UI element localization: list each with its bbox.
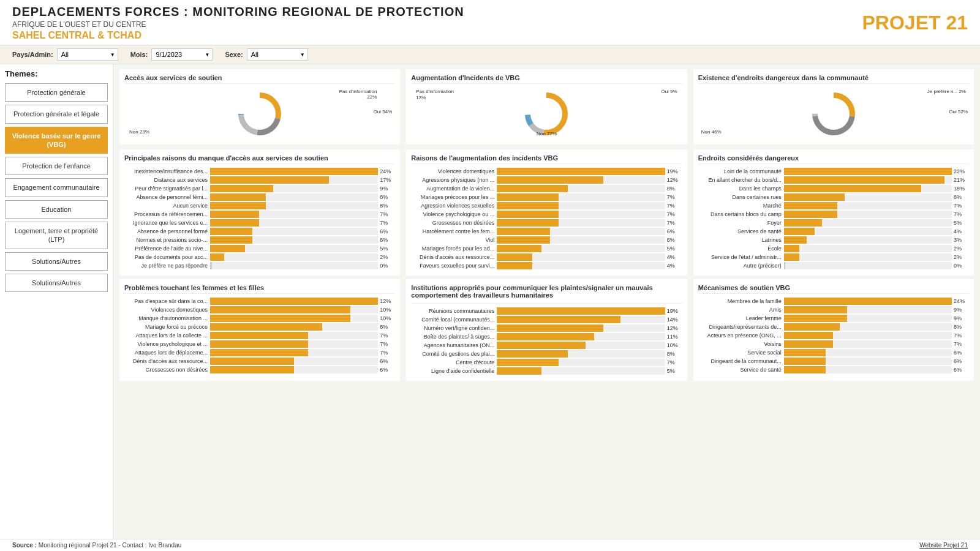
bar-fill xyxy=(497,307,665,315)
bar-item: Agences humanitaires (ON...10% xyxy=(411,342,682,349)
bar-fill xyxy=(210,202,266,209)
bar-pct: 7% xyxy=(667,203,682,209)
pays-select[interactable]: All xyxy=(57,48,118,61)
sidebar-item-solutions1[interactable]: Solutions/Autres xyxy=(5,252,108,271)
bar-fill xyxy=(497,211,559,218)
bar-label: Acteurs en présence (ONG, ... xyxy=(698,332,784,339)
bar-label: Comité de gestions des plai... xyxy=(411,351,497,357)
bar-item: Distance aux services17% xyxy=(124,176,395,184)
bar-label: Boîte des plaintes/ à suges... xyxy=(411,334,497,340)
sexe-select[interactable]: All xyxy=(247,48,308,61)
bar-fill xyxy=(210,323,322,331)
donut3-chart xyxy=(809,89,858,138)
bar-label: Violence psychologique et ... xyxy=(124,341,210,347)
bar-track xyxy=(210,349,378,356)
mois-select[interactable]: 9/1/2023 xyxy=(151,48,213,61)
bar-pct: 2% xyxy=(380,254,395,260)
bar-track xyxy=(497,359,665,366)
bar-pct: 2% xyxy=(954,246,969,252)
bars3-title: Endroits considérés dangereux xyxy=(698,154,969,164)
bar-track xyxy=(210,245,378,252)
bar-fill xyxy=(784,202,837,209)
bar-label: Dans certaines rues xyxy=(698,194,784,200)
donut3-label-non: Non 46% xyxy=(701,129,722,135)
bar-pct: 10% xyxy=(667,342,682,348)
bar-track xyxy=(210,358,378,365)
bar-track xyxy=(210,211,378,218)
bar-label: Latrines xyxy=(698,237,784,243)
bar-label: Service de santé xyxy=(698,367,784,373)
bar-item: Viol6% xyxy=(411,236,682,244)
bar-item: Pas de documents pour acc...2% xyxy=(124,253,395,261)
bar-track xyxy=(497,193,665,201)
bar-pct: 5% xyxy=(667,246,682,252)
bar-item: Normes et pressions socio-...6% xyxy=(124,236,395,244)
bar-label: Normes et pressions socio-... xyxy=(124,237,210,243)
sidebar-item-protection-legale[interactable]: Protection générale et légale xyxy=(5,105,108,123)
bar-label: Pas de documents pour acc... xyxy=(124,254,210,260)
bar-fill xyxy=(784,315,847,322)
bar-track xyxy=(784,185,952,192)
bar-fill xyxy=(210,306,350,313)
bar-pct: 8% xyxy=(954,194,969,200)
bar-pct: 8% xyxy=(380,203,395,209)
bar-pct: 6% xyxy=(667,228,682,234)
bar-item: Augmentation de la violen...8% xyxy=(411,185,682,192)
bar-item: Mariage forcé ou précoce8% xyxy=(124,323,395,331)
footer-link[interactable]: Website Projet 21 xyxy=(919,542,968,549)
bar-fill xyxy=(784,253,799,261)
bar-fill xyxy=(210,349,308,356)
bar-pct: 2% xyxy=(954,254,969,260)
bar-item: Membres de la famille24% xyxy=(698,298,969,305)
sidebar-item-enfance[interactable]: Protection de l'enfance xyxy=(5,157,108,175)
bar-item: Violences domestiques10% xyxy=(124,306,395,313)
sidebar-item-engagement[interactable]: Engagement communautaire xyxy=(5,178,108,197)
bar-item: Pas d'espace sûr dans la co...12% xyxy=(124,298,395,305)
bar-fill xyxy=(784,245,799,252)
bar-item: En allant chercher du bois/d...21% xyxy=(698,176,969,184)
bar-track xyxy=(784,228,952,235)
bar-label: Absence de personnel formé xyxy=(124,228,210,234)
bar-fill xyxy=(210,193,266,201)
bar-fill xyxy=(210,315,350,322)
bar-pct: 7% xyxy=(954,203,969,209)
bar-fill xyxy=(210,228,252,235)
bars-raisons-acces: Principales raisons du manque d'accès au… xyxy=(119,149,400,276)
bar-track xyxy=(784,176,952,184)
sidebar-item-education[interactable]: Education xyxy=(5,200,108,219)
bar-track xyxy=(784,262,952,269)
bar-item: Grossesses non désirées7% xyxy=(411,219,682,227)
bar-fill xyxy=(784,323,840,331)
bar-pct: 4% xyxy=(667,254,682,260)
bar-label: Mariages précoces pour les ... xyxy=(411,194,497,200)
bar-pct: 10% xyxy=(380,315,395,321)
bar-label: Agressions physiques (non ... xyxy=(411,177,497,183)
bar-track xyxy=(784,332,952,339)
bar-pct: 4% xyxy=(954,228,969,234)
bar-item: Agressions physiques (non ...12% xyxy=(411,176,682,184)
page-subtitle: AFRIQUE DE L'OUEST ET DU CENTRE xyxy=(12,20,464,29)
bar-item: Faveurs sexuelles pour survi...4% xyxy=(411,262,682,269)
bar-track xyxy=(210,315,378,322)
bar-item: Réunions communautaires19% xyxy=(411,307,682,315)
bar-pct: 5% xyxy=(954,220,969,226)
bar-fill xyxy=(210,211,259,218)
bar-fill xyxy=(210,298,378,305)
bar-pct: 8% xyxy=(954,324,969,330)
bar-track xyxy=(784,315,952,322)
svg-point-12 xyxy=(818,98,850,130)
bar-label: Dirigeant de la communaut... xyxy=(698,358,784,364)
sidebar-item-vbg[interactable]: Violence basée sur le genre (VBG) xyxy=(5,127,108,154)
bar-item: Boîte des plaintes/ à suges...11% xyxy=(411,333,682,340)
bar-label: Agression violences sexuelles xyxy=(411,203,497,209)
sidebar-item-protection-generale[interactable]: Protection générale xyxy=(5,83,108,102)
bar-fill xyxy=(210,176,329,184)
bar-track xyxy=(497,236,665,244)
bar-item: Dans certaines rues8% xyxy=(698,193,969,201)
bar-track xyxy=(210,236,378,244)
bar-track xyxy=(784,202,952,209)
bar-pct: 24% xyxy=(380,168,395,174)
sidebar-item-solutions2[interactable]: Solutions/Autres xyxy=(5,274,108,292)
bar-label: Agences humanitaires (ON... xyxy=(411,342,497,348)
sidebar-item-ltp[interactable]: Logement, terre et propriété (LTP) xyxy=(5,222,108,249)
